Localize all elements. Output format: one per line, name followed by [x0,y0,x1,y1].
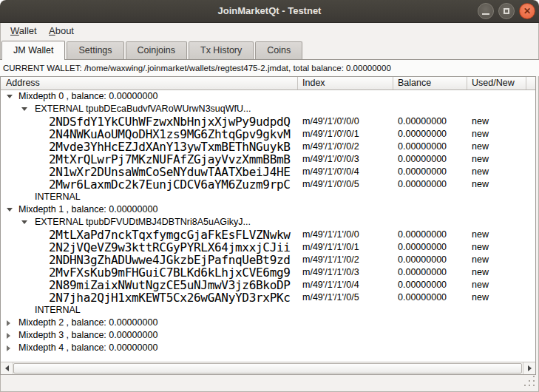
triangle-down-icon [21,107,27,111]
tree-row[interactable]: 2NDSfdY1YkCUhWFzwxNbHnjxXjwPy9udpdQm/49'… [1,115,535,128]
tree-row[interactable]: Mixdepth 0 , balance: 0.00000000 [1,90,535,103]
index-cell: m/49'/1'/1'/0/5 [302,291,359,304]
tree-row[interactable]: 2NDHN3gZhADUwwe4JGkzbEjPafnqUeBt9zdm/49'… [1,254,535,266]
wallet-address-tree: Address Index Balance Used/New Mixdepth … [0,76,536,375]
tab-coinjoins[interactable]: Coinjoins [126,41,187,59]
collapse-branch-icon[interactable] [21,220,35,224]
address-text: 2N7jha2QjH1xmKEWT5Cx26wGANyYD3rxPKc [49,291,291,304]
index-cell: m/49'/1'/0'/0/1 [302,128,359,141]
collapse-branch-icon[interactable] [7,208,18,212]
tree-row[interactable]: 2N7jha2QjH1xmKEWT5Cx26wGANyYD3rxPKcm/49'… [1,291,535,304]
tree-row[interactable]: 2Mvde3YhHcEZJdXAnY13ywTxmBEThNGuykBm/49'… [1,141,535,153]
tree-row[interactable]: 2MtLXaPd7nckTqxfymgcGjaFkEsFLVZNwkwm/49'… [1,229,535,241]
address-text: 2N2jVQeVZ9w3kttRCGyPYRLX64jmxxjCJii [49,241,291,254]
address-text: 2N1wXr2DUnsaWmCoSeNYduwTAATXbeiJ4HE [49,166,291,178]
triangle-down-icon [21,220,27,224]
resize-grip-icon [533,376,535,377]
horizontal-scrollbar-thumb[interactable] [13,363,522,374]
scroll-left-button[interactable] [1,362,13,374]
branch-label: EXTERNAL tpubDFVUDtMBJ4DBTNri8A5uAGikyJ.… [35,216,251,229]
address-text: 2N4NWKuAoUMQoDHX1zs9MG6ZhtqGpv9gkvM [49,128,291,141]
menu-about[interactable]: About [45,23,78,40]
close-button[interactable]: ✕ [519,3,535,19]
column-header-index[interactable]: Index [298,77,393,89]
used-new-cell: new [472,141,489,153]
mixdepth-label: Mixdepth 2 , balance: 0.00000000 [18,317,157,329]
tree-row[interactable]: EXTERNAL tpubDFVUDtMBJ4DBTNri8A5uAGikyJ.… [1,216,535,229]
tree-row[interactable]: Mixdepth 4 , balance: 0.00000000 [1,342,535,354]
balance-cell: 0.00000000 [398,128,447,141]
window-title: JoinMarketQt - Testnet [0,0,539,22]
address-text: 2NDHN3gZhADUwwe4JGkzbEjPafnqUeBt9zd [49,254,291,266]
address-text: 2MtLXaPd7nckTqxfymgcGjaFkEsFLVZNwkw [49,229,291,241]
balance-cell: 0.00000000 [398,241,447,254]
mixdepth-label: Mixdepth 0 , balance: 0.00000000 [18,90,157,103]
branch-label: INTERNAL [35,191,81,203]
minimize-icon [482,13,489,15]
tree-row[interactable]: 2N1wXr2DUnsaWmCoSeNYduwTAATXbeiJ4HEm/49'… [1,166,535,178]
triangle-right-icon [7,320,10,326]
tree-row[interactable]: 2MtXrQLwrPj7MKzNUFAfZGjayVvzXmmBBmBm/49'… [1,153,535,166]
titlebar[interactable]: JoinMarketQt - Testnet ✕ [0,0,539,23]
horizontal-scrollbar[interactable] [1,362,535,374]
tree-row[interactable]: EXTERNAL tpubDEcaBudvfVARoWUrwN3suqWfU..… [1,103,535,115]
triangle-down-icon [7,208,13,212]
resize-grip[interactable] [520,374,538,391]
tree-row[interactable]: 2Mwr6LaxmDc2k7EunjCDCV6aYM6Zuzm9rpCm/49'… [1,178,535,191]
address-text: 2Mvde3YhHcEZJdXAnY13ywTxmBEThNGuykB [49,141,291,153]
menu-wallet-mnemonic: W [10,25,19,36]
address-text: 2MtXrQLwrPj7MKzNUFAfZGjayVvzXmmBBmB [49,153,291,166]
expand-branch-icon[interactable] [7,333,18,339]
menu-about-mnemonic: A [49,25,55,36]
used-new-cell: new [472,153,489,166]
balance-cell: 0.00000000 [398,254,447,266]
used-new-cell: new [472,291,489,304]
column-header-balance[interactable]: Balance [393,77,467,89]
tree-row[interactable]: 2N4NWKuAoUMQoDHX1zs9MG6ZhtqGpv9gkvMm/49'… [1,128,535,141]
balance-cell: 0.00000000 [398,229,447,241]
menu-wallet[interactable]: Wallet [7,23,41,40]
address-text: 2NDSfdY1YkCUhWFzwxNbHnjxXjwPy9udpdQ [49,115,291,128]
tree-row[interactable]: 2N89miZaixNWutNgzCE5uNJmwV3jz6BkoDPm/49'… [1,279,535,291]
tab-coins[interactable]: Coins [255,41,302,59]
column-header-address[interactable]: Address [1,77,298,89]
balance-cell: 0.00000000 [398,166,447,178]
balance-cell: 0.00000000 [398,141,447,153]
column-header-used-new[interactable]: Used/New [467,77,526,89]
column-header-filler [526,77,535,89]
index-cell: m/49'/1'/1'/0/0 [302,229,359,241]
expand-branch-icon[interactable] [7,345,18,351]
expand-branch-icon[interactable] [7,320,18,326]
address-text: 2N89miZaixNWutNgzCE5uNJmwV3jz6BkoDP [49,279,291,291]
app-window: JoinMarketQt - Testnet ✕ Wallet About JM… [0,0,539,392]
scroll-left-icon [5,365,9,371]
collapse-branch-icon[interactable] [7,95,18,98]
mixdepth-label: Mixdepth 4 , balance: 0.00000000 [18,342,157,354]
tree-row[interactable]: INTERNAL [1,191,535,203]
tree-row[interactable]: 2MvFXsKub9mFHGuiC7BLKd6kLhjxCVE6mg9m/49'… [1,266,535,279]
tree-row[interactable]: Mixdepth 2 , balance: 0.00000000 [1,317,535,329]
close-icon: ✕ [520,4,535,18]
tab-tx-history[interactable]: Tx History [189,41,254,59]
tree-row[interactable]: Mixdepth 3 , balance: 0.00000000 [1,329,535,342]
maximize-icon [504,8,509,14]
tab-settings[interactable]: Settings [67,41,123,59]
index-cell: m/49'/1'/1'/0/1 [302,241,359,254]
index-cell: m/49'/1'/0'/0/5 [302,178,359,191]
collapse-branch-icon[interactable] [21,107,35,111]
minimize-button[interactable] [478,3,494,19]
index-cell: m/49'/1'/0'/0/0 [302,115,359,128]
used-new-cell: new [472,128,489,141]
menu-wallet-label: allet [19,25,37,36]
tab-jm-wallet[interactable]: JM Wallet [1,41,65,60]
triangle-right-icon [7,333,10,339]
branch-label: INTERNAL [35,304,81,317]
tree-row[interactable]: 2N2jVQeVZ9w3kttRCGyPYRLX64jmxxjCJiim/49'… [1,241,535,254]
triangle-down-icon [7,95,13,98]
scroll-right-button[interactable] [523,362,535,374]
index-cell: m/49'/1'/1'/0/3 [302,266,359,279]
balance-cell: 0.00000000 [398,279,447,291]
tree-row[interactable]: Mixdepth 1 , balance: 0.00000000 [1,203,535,216]
maximize-button[interactable] [498,3,515,19]
tree-row[interactable]: INTERNAL [1,304,535,317]
